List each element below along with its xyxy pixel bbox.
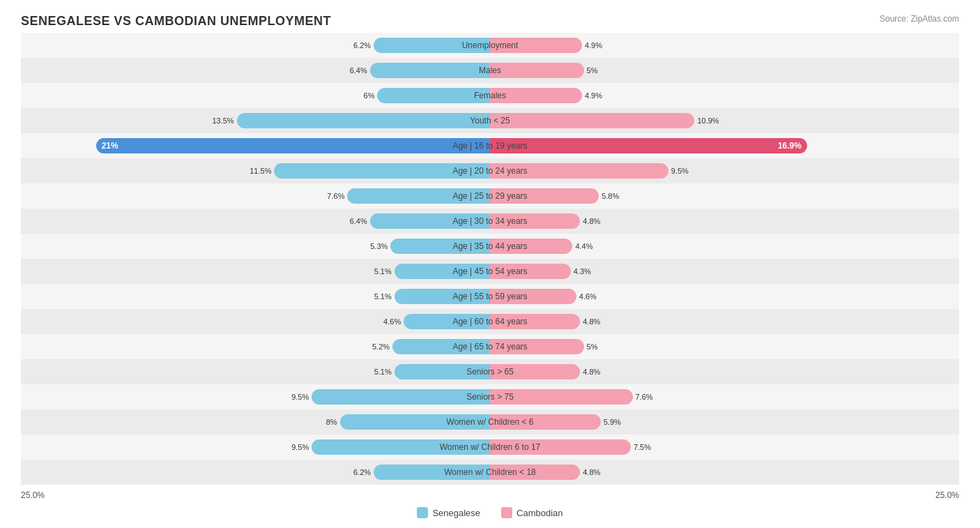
bar-right-value: 4.3% — [574, 267, 591, 276]
bar-left-value: 7.6% — [327, 192, 344, 200]
bar-left-value: 11.5% — [250, 167, 271, 175]
bar-right: 4.3% — [490, 264, 571, 279]
bar-left-value: 5.1% — [374, 368, 392, 376]
chart-title: SENEGALESE VS CAMBODIAN UNEMPLOYMENT — [21, 14, 331, 29]
bar-left: 6.4% — [370, 213, 490, 229]
axis-left-label: 25.0% — [21, 490, 45, 500]
bar-right-half: 5% — [490, 58, 959, 83]
bar-right-half: 4.8% — [490, 460, 959, 485]
chart-row: 5.2%Age | 65 to 74 years5% — [21, 334, 959, 359]
chart-container: SENEGALESE VS CAMBODIAN UNEMPLOYMENT Sou… — [0, 0, 980, 528]
bar-left-half: 13.5% — [21, 108, 490, 133]
bar-right-value: 16.9% — [778, 141, 802, 151]
bar-right: 10.9% — [490, 113, 694, 128]
bar-right-half: 4.3% — [490, 259, 959, 284]
bar-right-value: 5% — [587, 66, 598, 75]
bar-right: 5.9% — [490, 414, 601, 430]
bar-left-value: 6.2% — [353, 41, 371, 50]
bar-left-half: 11.5% — [21, 158, 490, 183]
bar-right-half: 4.9% — [490, 33, 959, 58]
bar-right-half: 7.5% — [490, 435, 959, 460]
bar-right-half: 4.4% — [490, 234, 959, 259]
bar-left-value: 8% — [326, 418, 337, 426]
bar-right-value: 7.5% — [634, 443, 651, 451]
chart-row: 5.1%Seniors > 654.8% — [21, 359, 959, 384]
bar-left-value: 6.4% — [350, 217, 367, 225]
bar-right: 4.9% — [490, 88, 582, 103]
bar-left-value: 6% — [364, 91, 375, 100]
legend-box-pink — [501, 507, 512, 518]
bar-right-value: 10.9% — [697, 116, 719, 125]
bar-right-value: 4.8% — [583, 317, 600, 326]
chart-row: 6.4%Age | 30 to 34 years4.8% — [21, 209, 959, 234]
bar-left: 5.1% — [395, 364, 490, 379]
bar-left-half: 6.4% — [21, 209, 490, 234]
bar-left: 5.1% — [395, 289, 490, 304]
bar-right: 9.5% — [490, 163, 668, 179]
bar-right-half: 10.9% — [490, 108, 959, 133]
bar-left-value: 4.6% — [383, 317, 401, 326]
bar-left: 6.2% — [374, 38, 490, 53]
bar-left-half: 7.6% — [21, 183, 490, 209]
bar-right-value: 4.9% — [585, 41, 602, 50]
bars-container: 6.2%Unemployment4.9%6.4%Males5%6%Females… — [21, 33, 959, 485]
bar-right: 4.8% — [490, 364, 580, 379]
chart-row: 6.2%Women w/ Children < 184.8% — [21, 460, 959, 485]
bar-right: 5% — [490, 63, 584, 78]
bar-left: 5.2% — [392, 339, 490, 354]
bar-left-half: 4.6% — [21, 309, 490, 334]
bar-left: 5.1% — [395, 264, 490, 279]
bar-left: 11.5% — [274, 163, 490, 179]
bar-left: 5.3% — [390, 239, 490, 254]
bar-right-half: 4.6% — [490, 284, 959, 309]
bar-right-half: 16.9% — [490, 133, 959, 158]
bar-left: 8% — [340, 414, 490, 430]
bar-left-value: 5.1% — [374, 267, 392, 276]
bar-right-value: 4.6% — [579, 292, 597, 301]
bar-left-value: 5.1% — [374, 292, 392, 301]
bar-left: 6.2% — [374, 465, 490, 480]
bar-right-half: 7.6% — [490, 384, 959, 409]
bar-left-value: 6.4% — [350, 66, 367, 75]
bar-right: 5% — [490, 339, 584, 354]
chart-row: 6.2%Unemployment4.9% — [21, 33, 959, 58]
bar-right-value: 4.4% — [575, 242, 592, 250]
bar-left-half: 5.3% — [21, 234, 490, 259]
legend-box-blue — [417, 507, 428, 518]
chart-row: 4.6%Age | 60 to 64 years4.8% — [21, 309, 959, 334]
bar-right: 16.9% — [490, 138, 807, 153]
chart-row: 11.5%Age | 20 to 24 years9.5% — [21, 158, 959, 183]
chart-row: 9.5%Seniors > 757.6% — [21, 384, 959, 409]
bar-left-half: 21% — [21, 133, 490, 158]
bar-left-value: 9.5% — [291, 443, 309, 451]
bar-right-value: 4.8% — [583, 368, 600, 376]
chart-row: 13.5%Youth < 2510.9% — [21, 108, 959, 133]
legend-right-label: Cambodian — [516, 508, 563, 518]
bar-left-half: 5.1% — [21, 259, 490, 284]
bar-left-value: 13.5% — [212, 116, 233, 125]
bar-left: 4.6% — [404, 314, 490, 329]
bar-right-half: 4.9% — [490, 83, 959, 108]
bar-right-value: 5.9% — [604, 418, 621, 426]
bar-left-half: 5.2% — [21, 334, 490, 359]
bar-left: 6% — [377, 88, 490, 103]
axis-right-label: 25.0% — [935, 490, 959, 500]
bar-left-value: 21% — [102, 141, 118, 151]
chart-row: 21%Age | 16 to 19 years16.9% — [21, 133, 959, 158]
bar-right: 4.8% — [490, 465, 580, 480]
bar-left-half: 6.4% — [21, 58, 490, 83]
legend-cambodian: Cambodian — [501, 507, 563, 518]
bar-right: 4.6% — [490, 289, 576, 304]
bar-left-half: 8% — [21, 409, 490, 435]
bar-left: 21% — [96, 138, 490, 153]
bar-right-value: 4.8% — [583, 217, 600, 225]
chart-row: 5.3%Age | 35 to 44 years4.4% — [21, 234, 959, 259]
bar-right-half: 5% — [490, 334, 959, 359]
legend-senegalese: Senegalese — [417, 507, 480, 518]
bar-right-value: 5% — [587, 342, 598, 351]
bar-left-half: 6.2% — [21, 460, 490, 485]
bar-left: 9.5% — [312, 389, 490, 405]
bar-right: 5.8% — [490, 188, 599, 204]
bar-left-half: 5.1% — [21, 284, 490, 309]
bar-right: 7.6% — [490, 389, 633, 405]
